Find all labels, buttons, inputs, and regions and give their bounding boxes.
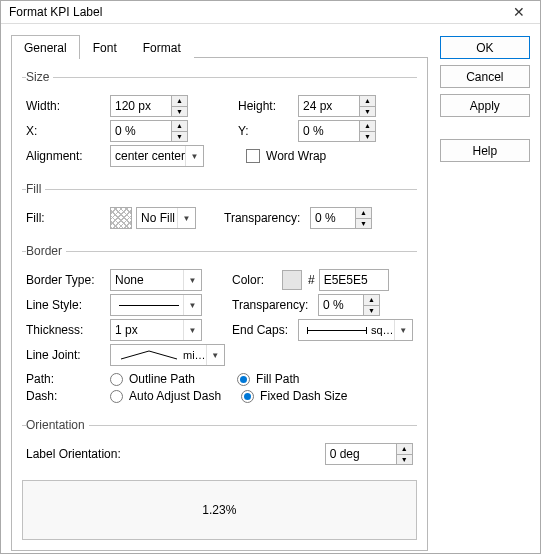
down-icon[interactable]: ▼	[359, 132, 375, 142]
chevron-down-icon: ▼	[183, 320, 201, 340]
tab-format[interactable]: Format	[130, 35, 194, 59]
linejoint-text: mi…	[183, 349, 206, 361]
down-icon[interactable]: ▼	[363, 306, 379, 316]
down-icon[interactable]: ▼	[171, 107, 187, 117]
alignment-label: Alignment:	[26, 149, 110, 163]
dash-fixed-label: Fixed Dash Size	[260, 389, 347, 403]
cancel-button[interactable]: Cancel	[440, 65, 530, 88]
orientation-spinner[interactable]: ▲▼	[325, 443, 413, 465]
tab-general-panel: Size Width: ▲▼ Height: ▲▼ X:	[11, 58, 428, 551]
fill-transparency-spinner[interactable]: ▲▼	[310, 207, 372, 229]
bordertype-label: Border Type:	[26, 273, 110, 287]
apply-button[interactable]: Apply	[440, 94, 530, 117]
fill-combo[interactable]: No Fill ▼	[136, 207, 196, 229]
up-icon[interactable]: ▲	[359, 121, 375, 132]
thickness-combo[interactable]: 1 px ▼	[110, 319, 202, 341]
path-outline-label: Outline Path	[129, 372, 195, 386]
thickness-value: 1 px	[115, 323, 138, 337]
dash-label: Dash:	[26, 389, 110, 403]
width-input[interactable]	[111, 96, 171, 116]
endcap-icon	[307, 330, 367, 331]
wordwrap-checkbox[interactable]	[246, 149, 260, 163]
border-transparency-label: Transparency:	[232, 298, 318, 312]
close-icon[interactable]: ✕	[504, 1, 534, 23]
y-spinner[interactable]: ▲▼	[298, 120, 376, 142]
window-title: Format KPI Label	[9, 5, 102, 19]
size-group: Size Width: ▲▼ Height: ▲▼ X:	[22, 70, 417, 174]
tab-general[interactable]: General	[11, 35, 80, 59]
tab-strip: General Font Format	[11, 34, 428, 58]
up-icon[interactable]: ▲	[396, 444, 412, 455]
dash-fixed-radio[interactable]	[241, 390, 254, 403]
border-transparency-spinner[interactable]: ▲▼	[318, 294, 380, 316]
chevron-down-icon: ▼	[394, 320, 412, 340]
width-spinner[interactable]: ▲▼	[110, 95, 188, 117]
orientation-input[interactable]	[326, 444, 396, 464]
down-icon[interactable]: ▼	[171, 132, 187, 142]
wordwrap-label: Word Wrap	[266, 149, 326, 163]
x-label: X:	[26, 124, 110, 138]
chevron-down-icon: ▼	[185, 146, 203, 166]
fill-group: Fill Fill: No Fill ▼ Transparency: ▲▼	[22, 182, 417, 236]
x-spinner[interactable]: ▲▼	[110, 120, 188, 142]
color-label: Color:	[232, 273, 282, 287]
down-icon[interactable]: ▼	[359, 107, 375, 117]
endcaps-combo[interactable]: sq… ▼	[298, 319, 413, 341]
border-group: Border Border Type: None ▼ Color: #	[22, 244, 417, 410]
linejoint-label: Line Joint:	[26, 348, 110, 362]
up-icon[interactable]: ▲	[359, 96, 375, 107]
fill-transparency-input[interactable]	[311, 208, 355, 228]
help-button[interactable]: Help	[440, 139, 530, 162]
linestyle-label: Line Style:	[26, 298, 110, 312]
y-label: Y:	[238, 124, 298, 138]
down-icon[interactable]: ▼	[355, 219, 371, 229]
orientation-group: Orientation Label Orientation: ▲▼	[22, 418, 417, 472]
y-input[interactable]	[299, 121, 359, 141]
bordertype-value: None	[115, 273, 144, 287]
up-icon[interactable]: ▲	[171, 96, 187, 107]
fill-legend: Fill	[26, 182, 45, 196]
width-label: Width:	[26, 99, 110, 113]
thickness-label: Thickness:	[26, 323, 110, 337]
down-icon[interactable]: ▼	[396, 455, 412, 465]
endcaps-label: End Caps:	[232, 323, 298, 337]
path-label: Path:	[26, 372, 110, 386]
up-icon[interactable]: ▲	[355, 208, 371, 219]
path-fill-radio[interactable]	[237, 373, 250, 386]
x-input[interactable]	[111, 121, 171, 141]
color-input[interactable]	[319, 269, 389, 291]
tab-font[interactable]: Font	[80, 35, 130, 59]
ok-button[interactable]: OK	[440, 36, 530, 59]
endcaps-text: sq…	[371, 324, 394, 336]
height-spinner[interactable]: ▲▼	[298, 95, 376, 117]
bordertype-combo[interactable]: None ▼	[110, 269, 202, 291]
up-icon[interactable]: ▲	[171, 121, 187, 132]
border-transparency-input[interactable]	[319, 295, 363, 315]
title-bar: Format KPI Label ✕	[1, 1, 540, 24]
color-swatch-icon[interactable]	[282, 270, 302, 290]
path-outline-radio[interactable]	[110, 373, 123, 386]
height-input[interactable]	[299, 96, 359, 116]
preview-text: 1.23%	[202, 503, 236, 517]
fill-transparency-label: Transparency:	[224, 211, 310, 225]
chevron-down-icon: ▼	[177, 208, 195, 228]
linestyle-combo[interactable]: ▼	[110, 294, 202, 316]
chevron-down-icon: ▼	[183, 295, 201, 315]
orientation-label: Label Orientation:	[26, 447, 325, 461]
size-legend: Size	[26, 70, 53, 84]
dash-auto-radio[interactable]	[110, 390, 123, 403]
alignment-combo[interactable]: center center ▼	[110, 145, 204, 167]
line-solid-icon	[119, 305, 179, 306]
chevron-down-icon: ▼	[183, 270, 201, 290]
fill-swatch-icon[interactable]	[110, 207, 132, 229]
orientation-legend: Orientation	[26, 418, 89, 432]
preview-pane: 1.23%	[22, 480, 417, 540]
alignment-value: center center	[115, 149, 185, 163]
chevron-down-icon: ▼	[206, 345, 224, 365]
height-label: Height:	[238, 99, 298, 113]
up-icon[interactable]: ▲	[363, 295, 379, 306]
dash-auto-label: Auto Adjust Dash	[129, 389, 221, 403]
linejoint-combo[interactable]: mi… ▼	[110, 344, 225, 366]
border-legend: Border	[26, 244, 66, 258]
line-joint-icon	[119, 349, 179, 361]
